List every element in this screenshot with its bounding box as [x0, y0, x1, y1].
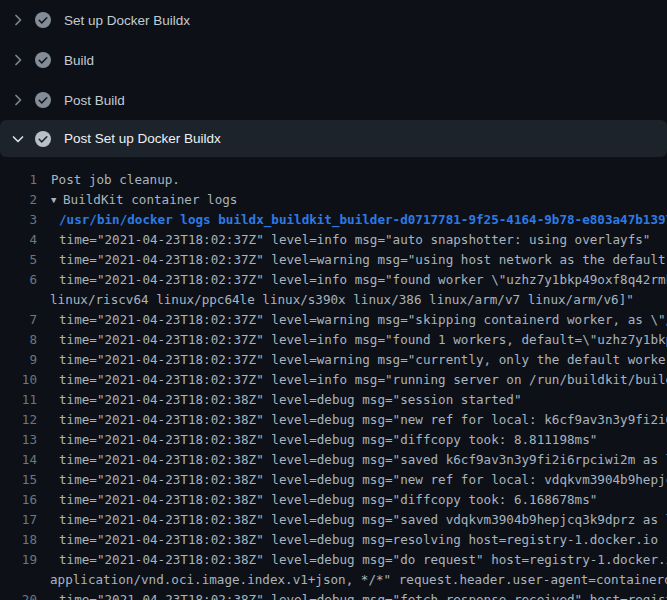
step-row-post-build[interactable]: Post Build — [0, 80, 667, 120]
chevron-down-icon — [10, 131, 26, 147]
log-line: 18 time="2021-04-23T18:02:38Z" level=deb… — [0, 530, 667, 550]
log-line-text: time="2021-04-23T18:02:38Z" level=debug … — [59, 510, 667, 530]
chevron-right-icon — [10, 52, 26, 68]
log-line-text: time="2021-04-23T18:02:37Z" level=info m… — [59, 230, 650, 250]
log-line: 17 time="2021-04-23T18:02:38Z" level=deb… — [0, 510, 667, 530]
log-line-number[interactable]: 7 — [0, 310, 37, 330]
log-line-text: time="2021-04-23T18:02:37Z" level=info m… — [59, 270, 667, 290]
log-line-number[interactable]: 15 — [0, 470, 37, 490]
log-line-text: time="2021-04-23T18:02:38Z" level=debug … — [59, 450, 667, 470]
check-circle-icon — [35, 92, 51, 108]
log-line: 15 time="2021-04-23T18:02:38Z" level=deb… — [0, 470, 667, 490]
log-line-number[interactable]: 17 — [0, 510, 37, 530]
step-row-set-up-docker-buildx[interactable]: Set up Docker Buildx — [0, 0, 667, 40]
log-line-number[interactable]: 13 — [0, 430, 37, 450]
steps-list: Set up Docker Buildx Build P — [0, 0, 667, 157]
log-line: 4 time="2021-04-23T18:02:37Z" level=info… — [0, 230, 667, 250]
log-line-text: time="2021-04-23T18:02:37Z" level=warnin… — [59, 350, 667, 370]
log-line-text: time="2021-04-23T18:02:38Z" level=debug … — [59, 470, 667, 490]
log-line-number[interactable]: 1 — [0, 170, 37, 190]
step-label: Post Build — [64, 93, 125, 108]
log-line-number[interactable]: 20 — [0, 590, 37, 600]
check-circle-icon — [35, 52, 51, 68]
log-line-number[interactable]: 11 — [0, 390, 37, 410]
log-line-text: time="2021-04-23T18:02:37Z" level=warnin… — [59, 310, 667, 330]
log-line-text: time="2021-04-23T18:02:38Z" level=debug … — [59, 590, 667, 600]
step-label: Set up Docker Buildx — [64, 13, 190, 28]
log-line: 11 time="2021-04-23T18:02:38Z" level=deb… — [0, 390, 667, 410]
log-line-number[interactable]: 12 — [0, 410, 37, 430]
log-line: 10 time="2021-04-23T18:02:37Z" level=inf… — [0, 370, 667, 390]
log-line: 14 time="2021-04-23T18:02:38Z" level=deb… — [0, 450, 667, 470]
log-line: 20 time="2021-04-23T18:02:38Z" level=deb… — [0, 590, 667, 600]
log-line: 6 time="2021-04-23T18:02:37Z" level=info… — [0, 270, 667, 290]
log-line: linux/riscv64 linux/ppc64le linux/s390x … — [0, 290, 667, 310]
log-line: 1 Post job cleanup. — [0, 170, 667, 190]
step-row-build[interactable]: Build — [0, 40, 667, 80]
log-line: 12 time="2021-04-23T18:02:38Z" level=deb… — [0, 410, 667, 430]
log-line-number[interactable]: 16 — [0, 490, 37, 510]
log-line: 5 time="2021-04-23T18:02:37Z" level=warn… — [0, 250, 667, 270]
log-line-text: time="2021-04-23T18:02:37Z" level=warnin… — [59, 250, 667, 270]
log-group-triangle-icon[interactable]: ▼ — [51, 190, 63, 210]
actions-log-viewer: Set up Docker Buildx Build P — [0, 0, 667, 600]
log-line-text: BuildKit container logs — [63, 190, 237, 210]
step-label: Post Set up Docker Buildx — [64, 131, 221, 146]
chevron-right-icon — [10, 92, 26, 108]
log-line-text: time="2021-04-23T18:02:38Z" level=debug … — [59, 390, 522, 410]
log-line-number[interactable]: 8 — [0, 330, 37, 350]
log-line: 3 /usr/bin/docker logs buildx_buildkit_b… — [0, 210, 667, 230]
log-line-number[interactable]: 3 — [0, 210, 37, 230]
log-line-text: Post job cleanup. — [51, 170, 180, 190]
log-line-text: time="2021-04-23T18:02:37Z" level=info m… — [59, 330, 667, 350]
log-line-text: /usr/bin/docker logs buildx_buildkit_bui… — [59, 210, 667, 230]
log-line-number[interactable]: 6 — [0, 270, 37, 290]
log-line: 9 time="2021-04-23T18:02:37Z" level=warn… — [0, 350, 667, 370]
log-line-number[interactable]: 5 — [0, 250, 37, 270]
step-label: Build — [64, 53, 94, 68]
log-line: application/vnd.oci.image.index.v1+json,… — [0, 570, 667, 590]
check-circle-icon — [35, 131, 51, 147]
log-line-number[interactable]: 10 — [0, 370, 37, 390]
log-line-number[interactable]: 14 — [0, 450, 37, 470]
log-line-number[interactable]: 2 — [0, 190, 37, 210]
log-line-number[interactable]: 9 — [0, 350, 37, 370]
step-row-post-set-up-docker-buildx[interactable]: Post Set up Docker Buildx — [0, 120, 667, 157]
log-line-text: time="2021-04-23T18:02:38Z" level=debug … — [59, 430, 597, 450]
log-line-text: time="2021-04-23T18:02:37Z" level=info m… — [59, 370, 667, 390]
log-line-text: time="2021-04-23T18:02:38Z" level=debug … — [59, 550, 667, 570]
log-line: 16 time="2021-04-23T18:02:38Z" level=deb… — [0, 490, 667, 510]
log-line: 8 time="2021-04-23T18:02:37Z" level=info… — [0, 330, 667, 350]
log-line: 13 time="2021-04-23T18:02:38Z" level=deb… — [0, 430, 667, 450]
log-line-number[interactable]: 18 — [0, 530, 37, 550]
log-line-text: time="2021-04-23T18:02:38Z" level=debug … — [59, 490, 597, 510]
log-line-text: time="2021-04-23T18:02:38Z" level=debug … — [59, 410, 667, 430]
check-circle-icon — [35, 12, 51, 28]
log-line-number[interactable]: 19 — [0, 550, 37, 570]
log-line: 19 time="2021-04-23T18:02:38Z" level=deb… — [0, 550, 667, 570]
log-line-text: time="2021-04-23T18:02:38Z" level=debug … — [59, 530, 658, 550]
log-line-number[interactable]: 4 — [0, 230, 37, 250]
log-line-text: application/vnd.oci.image.index.v1+json,… — [50, 570, 667, 590]
log-line: 7 time="2021-04-23T18:02:37Z" level=warn… — [0, 310, 667, 330]
log-area: 1 Post job cleanup. 2 ▼BuildKit containe… — [0, 157, 667, 600]
log-line[interactable]: 2 ▼BuildKit container logs — [0, 190, 667, 210]
log-line-text: linux/riscv64 linux/ppc64le linux/s390x … — [50, 290, 634, 310]
chevron-right-icon — [10, 12, 26, 28]
